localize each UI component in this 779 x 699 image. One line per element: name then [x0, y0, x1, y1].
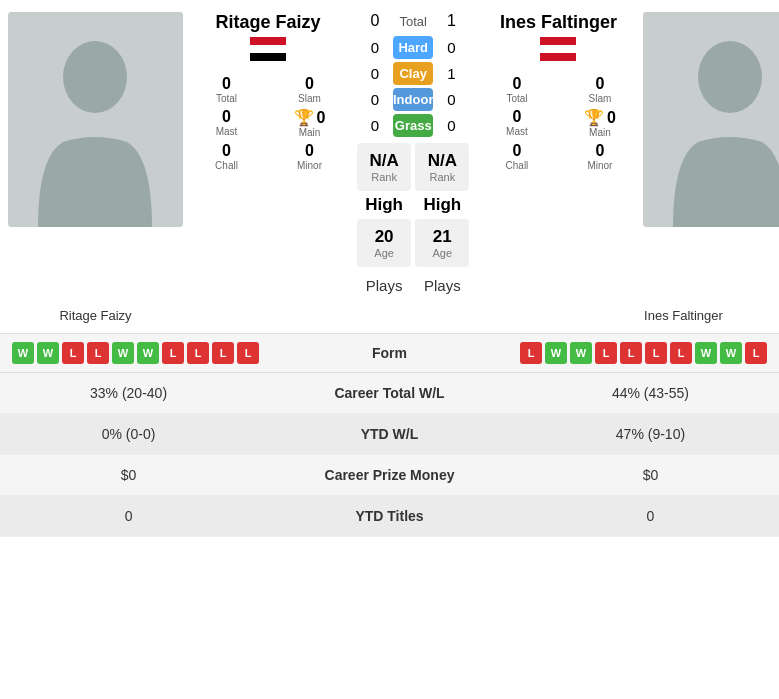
svg-rect-3 — [250, 45, 286, 53]
plays-row: Plays Plays — [357, 271, 469, 300]
titles-label: YTD Titles — [257, 496, 522, 537]
prize-left: $0 — [0, 455, 257, 496]
career-wl-row: 33% (20-40) Career Total W/L 44% (43-55) — [0, 373, 779, 414]
surface-clay-row: 0 Clay 1 — [357, 62, 469, 85]
egypt-flag-icon — [250, 37, 286, 61]
surface-clay-btn: Clay — [393, 62, 433, 85]
titles-row: 0 YTD Titles 0 — [0, 496, 779, 537]
p2-form-8: W — [695, 342, 717, 364]
total-row: 0 Total 1 — [357, 12, 469, 30]
p2-form-1: L — [520, 342, 542, 364]
player1-flag — [250, 37, 286, 65]
svg-rect-4 — [250, 53, 286, 61]
p1-form-10: L — [237, 342, 259, 364]
player2-age-box: 21 Age — [415, 219, 469, 267]
prize-label: Career Prize Money — [257, 455, 522, 496]
surface-indoor-row: 0 Indoor 0 — [357, 88, 469, 111]
player2-mast-stat: 0 Mast — [479, 108, 554, 138]
ytd-wl-label: YTD W/L — [257, 414, 522, 455]
surface-grass-row: 0 Grass 0 — [357, 114, 469, 137]
player2-name-below: Ines Faltinger — [596, 308, 771, 323]
player2-photo — [643, 12, 779, 227]
player1-form-badges: W W L L W W L L L L — [12, 342, 330, 364]
player1-slam-stat: 0 Slam — [272, 75, 347, 104]
p2-form-6: L — [645, 342, 667, 364]
p1-form-8: L — [187, 342, 209, 364]
surface-grass-btn: Grass — [393, 114, 433, 137]
player2-main-stat: 🏆 0 Main — [562, 108, 637, 138]
player2-chall-stat: 0 Chall — [479, 142, 554, 171]
surface-indoor-btn: Indoor — [393, 88, 433, 111]
form-section: W W L L W W L L L L Form L W W L L L L W… — [0, 333, 779, 373]
player1-age-box: 20 Age — [357, 219, 411, 267]
ytd-wl-row: 0% (0-0) YTD W/L 47% (9-10) — [0, 414, 779, 455]
career-wl-right: 44% (43-55) — [522, 373, 779, 414]
p1-form-7: L — [162, 342, 184, 364]
p1-form-1: W — [12, 342, 34, 364]
svg-rect-7 — [540, 53, 576, 61]
p2-form-2: W — [545, 342, 567, 364]
age-row: 20 Age 21 Age — [357, 219, 469, 267]
players-row: Ritage Faizy 0 Total 0 Slam — [0, 0, 779, 308]
p1-form-3: L — [62, 342, 84, 364]
austria-flag-icon — [540, 37, 576, 61]
player2-slam-stat: 0 Slam — [562, 75, 637, 104]
player2-info: Ines Faltinger 0 Total 0 Slam — [473, 12, 643, 300]
surface-hard-btn: Hard — [393, 36, 433, 59]
svg-rect-2 — [250, 37, 286, 45]
svg-rect-6 — [540, 45, 576, 53]
stats-table: 33% (20-40) Career Total W/L 44% (43-55)… — [0, 373, 779, 537]
prize-right: $0 — [522, 455, 779, 496]
player1-trophy-icon: 🏆 — [294, 108, 314, 127]
player-names-row: Ritage Faizy Ines Faltinger — [0, 308, 779, 333]
p2-form-9: W — [720, 342, 742, 364]
ytd-wl-right: 47% (9-10) — [522, 414, 779, 455]
p2-form-3: W — [570, 342, 592, 364]
p2-form-5: L — [620, 342, 642, 364]
form-label: Form — [330, 345, 450, 361]
player1-total-stat: 0 Total — [189, 75, 264, 104]
svg-point-9 — [698, 41, 762, 113]
titles-left: 0 — [0, 496, 257, 537]
career-wl-label: Career Total W/L — [257, 373, 522, 414]
p1-form-4: L — [87, 342, 109, 364]
player1-minor-stat: 0 Minor — [272, 142, 347, 171]
player2-name-top: Ines Faltinger — [500, 12, 617, 33]
player1-photo — [8, 12, 183, 227]
center-stats-panel: 0 Total 1 0 Hard 0 0 Clay 1 0 Indoor 0 0 — [353, 12, 473, 300]
player1-main-stat: 🏆 0 Main — [272, 108, 347, 138]
comparison-container: Ritage Faizy 0 Total 0 Slam — [0, 0, 779, 537]
player1-name-top: Ritage Faizy — [215, 12, 320, 33]
surface-hard-row: 0 Hard 0 — [357, 36, 469, 59]
player1-mast-stat: 0 Mast — [189, 108, 264, 138]
player1-info: Ritage Faizy 0 Total 0 Slam — [183, 12, 353, 300]
player2-minor-stat: 0 Minor — [562, 142, 637, 171]
p1-form-6: W — [137, 342, 159, 364]
player1-chall-stat: 0 Chall — [189, 142, 264, 171]
player1-name-below: Ritage Faizy — [8, 308, 183, 323]
player2-stats-grid: 0 Total 0 Slam 0 Mast 🏆 0 Main — [479, 75, 637, 171]
high-row: High High — [357, 195, 469, 215]
player2-trophy-icon: 🏆 — [584, 108, 604, 127]
p2-form-7: L — [670, 342, 692, 364]
prize-row: $0 Career Prize Money $0 — [0, 455, 779, 496]
svg-rect-5 — [540, 37, 576, 45]
p1-form-5: W — [112, 342, 134, 364]
player2-flag — [540, 37, 576, 65]
p1-form-2: W — [37, 342, 59, 364]
p2-form-10: L — [745, 342, 767, 364]
rank-row: N/A Rank N/A Rank — [357, 143, 469, 191]
player2-silhouette — [643, 12, 779, 227]
player2-form-badges: L W W L L L L W W L — [450, 342, 768, 364]
player1-stats-grid: 0 Total 0 Slam 0 Mast 🏆 0 Main — [189, 75, 347, 171]
svg-point-1 — [63, 41, 127, 113]
player1-silhouette — [8, 12, 183, 227]
p2-form-4: L — [595, 342, 617, 364]
titles-right: 0 — [522, 496, 779, 537]
player1-rank-box: N/A Rank — [357, 143, 411, 191]
ytd-wl-left: 0% (0-0) — [0, 414, 257, 455]
p1-form-9: L — [212, 342, 234, 364]
player2-rank-box: N/A Rank — [415, 143, 469, 191]
player2-total-stat: 0 Total — [479, 75, 554, 104]
career-wl-left: 33% (20-40) — [0, 373, 257, 414]
